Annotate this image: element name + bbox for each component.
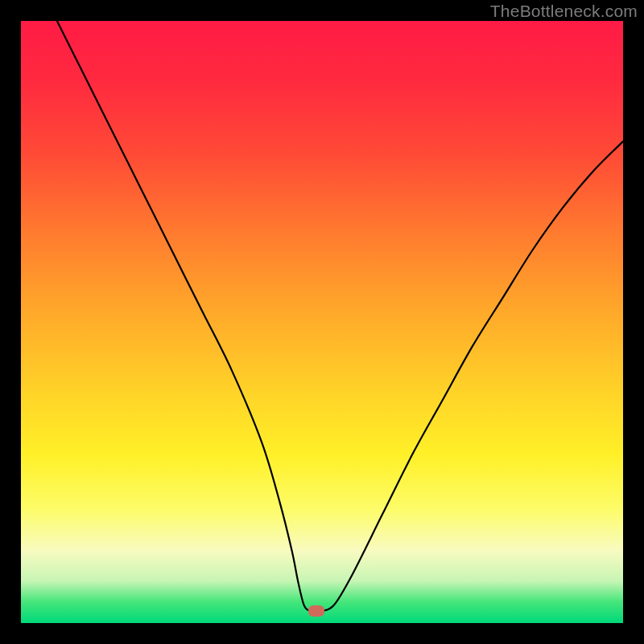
minimum-marker xyxy=(308,605,324,617)
plot-area xyxy=(21,21,623,623)
bottleneck-curve xyxy=(21,21,623,623)
watermark-label: TheBottleneck.com xyxy=(490,2,638,21)
chart-frame: TheBottleneck.com xyxy=(0,0,644,644)
